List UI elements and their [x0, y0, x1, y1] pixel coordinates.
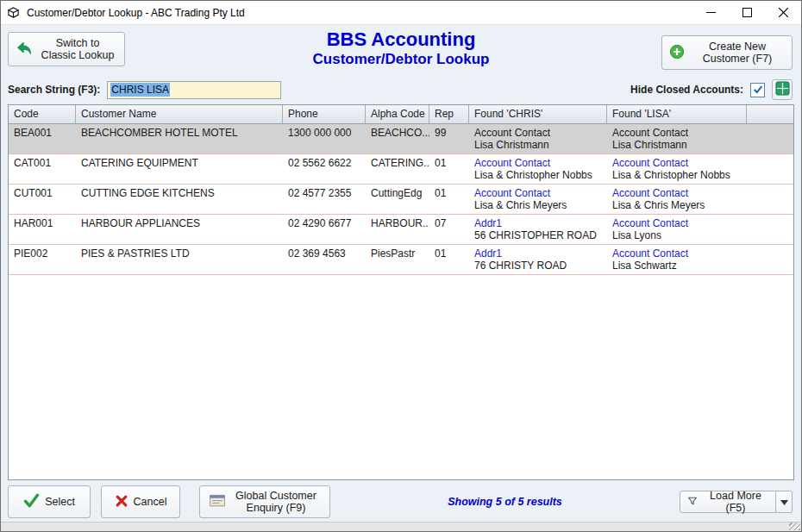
found-lisa-value: Lisa Christmann — [612, 139, 743, 151]
check-icon — [753, 84, 763, 95]
app-icon — [1, 6, 25, 19]
found-chris-link[interactable]: Addr1 — [474, 217, 604, 229]
cell-alpha-code: CATERING... — [366, 154, 429, 184]
title-bar: Customer/Debtor Lookup - ABC Trading Pty… — [1, 1, 801, 25]
cell-phone: 02 4290 6677 — [283, 215, 366, 244]
col-code[interactable]: Code — [9, 105, 76, 123]
create-new-customer-button[interactable]: Create New Customer (F7) — [661, 35, 793, 70]
found-chris-value: Lisa Christmann — [474, 139, 604, 151]
dropdown-arrow-icon — [780, 496, 788, 508]
export-excel-button[interactable] — [772, 79, 793, 100]
cell-alpha-code: BEACHCO... — [366, 124, 429, 153]
table-row[interactable]: BEA001 BEACHCOMBER HOTEL MOTEL 1300 000 … — [9, 124, 793, 154]
col-rep[interactable]: Rep — [429, 105, 469, 123]
found-lisa-link[interactable]: Account Contact — [612, 127, 743, 139]
found-lisa-value: Lisa Schwartz — [612, 260, 743, 272]
found-chris-link[interactable]: Account Contact — [474, 187, 604, 199]
cell-alpha-code: PiesPastr — [366, 245, 429, 274]
found-chris-value: 56 CHRISTOPHER ROAD — [474, 229, 604, 241]
cell-filler — [747, 185, 793, 214]
hide-closed-checkbox[interactable] — [750, 83, 765, 97]
cell-found-chris: Addr1 76 CHRISTY ROAD — [469, 245, 607, 274]
global-customer-enquiry-button[interactable]: Global Customer Enquiry (F9) — [199, 485, 330, 518]
select-label: Select — [45, 496, 75, 508]
cell-phone: 1300 000 000 — [283, 124, 366, 153]
cell-found-lisa: Account Contact Lisa Christmann — [607, 124, 747, 153]
cancel-button[interactable]: Cancel — [101, 485, 180, 518]
select-button[interactable]: Select — [8, 485, 91, 518]
cancel-label: Cancel — [134, 496, 167, 508]
found-chris-value: 76 CHRISTY ROAD — [474, 260, 604, 272]
cell-alpha-code: HARBOUR... — [366, 215, 429, 244]
found-lisa-value: Lisa & Christopher Nobbs — [612, 169, 743, 181]
green-check-icon — [23, 493, 40, 510]
cell-code: CUT001 — [9, 185, 76, 214]
found-chris-value: Lisa & Christopher Nobbs — [474, 169, 604, 181]
found-lisa-link[interactable]: Account Contact — [612, 247, 743, 260]
cell-customer-name: CATERING EQUIPMENT — [76, 154, 283, 184]
cell-rep: 01 — [429, 154, 469, 184]
cell-rep: 01 — [429, 185, 469, 214]
found-lisa-value: Lisa Lyons — [612, 229, 743, 241]
cell-found-lisa: Account Contact Lisa & Chris Meyers — [607, 185, 747, 214]
funnel-down-icon — [687, 496, 698, 509]
table-row[interactable]: CAT001 CATERING EQUIPMENT 02 5562 6622 C… — [9, 154, 793, 185]
cell-found-chris: Account Contact Lisa & Chris Meyers — [469, 185, 607, 214]
col-alpha-code[interactable]: Alpha Code — [366, 105, 429, 123]
found-lisa-link[interactable]: Account Contact — [612, 217, 743, 229]
col-phone[interactable]: Phone — [283, 105, 366, 123]
load-more-label: Load More (F5) — [703, 490, 768, 514]
load-more-button[interactable]: Load More (F5) — [680, 491, 776, 513]
cell-phone: 02 369 4563 — [283, 245, 366, 274]
cell-filler — [747, 215, 793, 244]
col-filler — [747, 105, 793, 123]
search-input-value: CHRIS LISA — [110, 83, 170, 97]
cell-filler — [747, 154, 793, 184]
status-strip — [1, 522, 801, 531]
col-found-chris[interactable]: Found 'CHRIS' — [469, 105, 607, 123]
results-table: Code Customer Name Phone Alpha Code Rep … — [8, 104, 794, 480]
cell-customer-name: BEACHCOMBER HOTEL MOTEL — [76, 124, 283, 153]
cell-code: BEA001 — [9, 124, 76, 153]
resize-grip[interactable] — [789, 523, 800, 530]
cell-customer-name: HARBOUR APPLIANCES — [76, 215, 283, 244]
found-chris-link[interactable]: Account Contact — [474, 127, 604, 139]
cell-customer-name: PIES & PASTRIES LTD — [76, 245, 283, 274]
hide-closed-accounts-label: Hide Closed Accounts: — [630, 84, 743, 96]
maximize-button[interactable] — [729, 1, 765, 24]
search-row: Search String (F3): CHRIS LISA Hide Clos… — [1, 78, 801, 101]
found-chris-link[interactable]: Account Contact — [474, 157, 604, 169]
cell-filler — [747, 245, 793, 274]
table-row[interactable]: HAR001 HARBOUR APPLIANCES 02 4290 6677 H… — [9, 215, 793, 245]
found-chris-link[interactable]: Addr1 — [474, 247, 604, 260]
close-button[interactable] — [765, 1, 801, 24]
red-cross-icon — [115, 494, 128, 510]
plus-circle-icon — [669, 44, 685, 62]
results-status: Showing 5 of 5 results — [341, 496, 669, 508]
cell-rep: 07 — [429, 215, 469, 244]
table-row[interactable]: PIE002 PIES & PASTRIES LTD 02 369 4563 P… — [9, 245, 793, 275]
window-title: Customer/Debtor Lookup - ABC Trading Pty… — [25, 7, 692, 19]
cell-found-chris: Addr1 56 CHRISTOPHER ROAD — [469, 215, 607, 244]
load-more-group: Load More (F5) — [680, 491, 793, 513]
found-lisa-link[interactable]: Account Contact — [612, 187, 743, 199]
cell-customer-name: CUTTING EDGE KITCHENS — [76, 185, 283, 214]
table-row[interactable]: CUT001 CUTTING EDGE KITCHENS 02 4577 235… — [9, 185, 793, 215]
excel-icon — [775, 81, 790, 98]
search-input[interactable]: CHRIS LISA — [107, 81, 281, 99]
load-more-dropdown-button[interactable] — [776, 491, 793, 513]
col-found-lisa[interactable]: Found 'LISA' — [607, 105, 747, 123]
cell-rep: 01 — [429, 245, 469, 274]
footer-bar: Select Cancel Global Customer Enquiry (F… — [1, 480, 801, 523]
found-lisa-link[interactable]: Account Contact — [612, 157, 743, 169]
cell-phone: 02 5562 6622 — [283, 154, 366, 184]
col-customer-name[interactable]: Customer Name — [76, 105, 283, 123]
cell-alpha-code: CuttingEdg — [366, 185, 429, 214]
app-window: { "window": { "title": "Customer/Debtor … — [0, 0, 802, 532]
cell-found-chris: Account Contact Lisa Christmann — [469, 124, 607, 153]
minimize-button[interactable] — [692, 1, 729, 24]
search-label: Search String (F3): — [8, 84, 100, 96]
header-section: Switch to Classic Lookup BBS Accounting … — [1, 25, 801, 78]
cell-filler — [747, 124, 793, 153]
found-chris-value: Lisa & Chris Meyers — [474, 199, 604, 211]
